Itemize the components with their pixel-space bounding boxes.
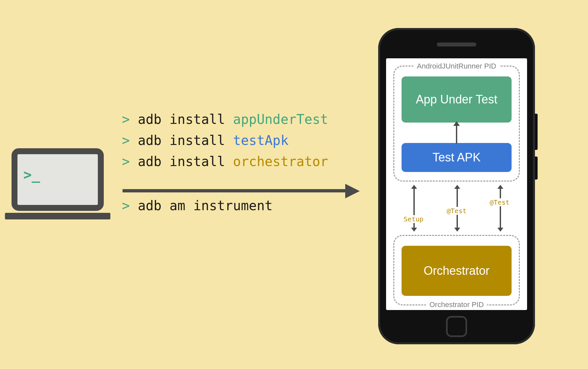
cmd-line-4: > adb am instrument: [122, 195, 328, 216]
cmd2-text: adb install: [138, 133, 233, 148]
bottom-pid-label: Orchestrator PID: [426, 300, 487, 309]
bi-arrow-test2: [500, 189, 501, 228]
block-test-apk-label: Test APK: [433, 150, 481, 164]
cmd2-arg: testApk: [233, 133, 289, 148]
cmd-line-2: > adb install testApk: [122, 130, 328, 151]
block-test-apk: Test APK: [402, 143, 512, 172]
label-test2: @Test: [488, 198, 511, 206]
cmd1-arg: appUnderTest: [233, 112, 328, 127]
phone-screen: AndroidJUnitRunner PID App Under Test Te…: [386, 58, 527, 310]
phone-speaker-icon: [437, 43, 476, 46]
cmd-line-1: > adb install appUnderTest: [122, 109, 328, 130]
orchestrator-pid-box: Orchestrator Orchestrator PID: [393, 235, 520, 305]
label-setup: Setup: [402, 215, 425, 223]
laptop-prompt-text: >_: [23, 167, 40, 183]
block-orchestrator: Orchestrator: [402, 246, 512, 296]
arrow-head-icon: [345, 184, 360, 198]
command-list: > adb install appUnderTest > adb install…: [122, 109, 328, 216]
cmd3-text: adb install: [138, 154, 233, 169]
orchestrator-arrows: Setup @Test @Test: [393, 184, 520, 233]
block-orchestrator-label: Orchestrator: [424, 264, 490, 278]
phone-device-icon: AndroidJUnitRunner PID App Under Test Te…: [378, 28, 535, 344]
top-pid-label: AndroidJUnitRunner PID: [414, 62, 500, 71]
label-test1: @Test: [445, 207, 468, 215]
arrow-to-phone: [123, 184, 360, 197]
cmd1-text: adb install: [138, 112, 233, 127]
phone-side-button: [535, 156, 538, 180]
phone-side-button: [535, 114, 538, 150]
laptop-base: [5, 213, 110, 219]
arrow-shaft: [123, 189, 347, 192]
androidjunitrunner-pid-box: AndroidJUnitRunner PID App Under Test Te…: [393, 66, 520, 182]
prompt-symbol: >: [122, 112, 130, 127]
cmd4-text: adb am instrument: [138, 198, 272, 213]
block-app-under-test-label: App Under Test: [416, 92, 497, 106]
laptop-icon: >_: [12, 148, 104, 219]
arrow-testapk-to-app: [456, 125, 457, 144]
prompt-symbol: >: [122, 133, 130, 148]
phone-home-button-icon: [446, 316, 467, 337]
cmd3-arg: orchestrator: [233, 154, 328, 169]
block-app-under-test: App Under Test: [402, 76, 512, 123]
laptop-screen: >_: [12, 148, 104, 211]
prompt-symbol: >: [122, 198, 130, 213]
prompt-symbol: >: [122, 154, 130, 169]
cmd-line-3: > adb install orchestrator: [122, 151, 328, 172]
